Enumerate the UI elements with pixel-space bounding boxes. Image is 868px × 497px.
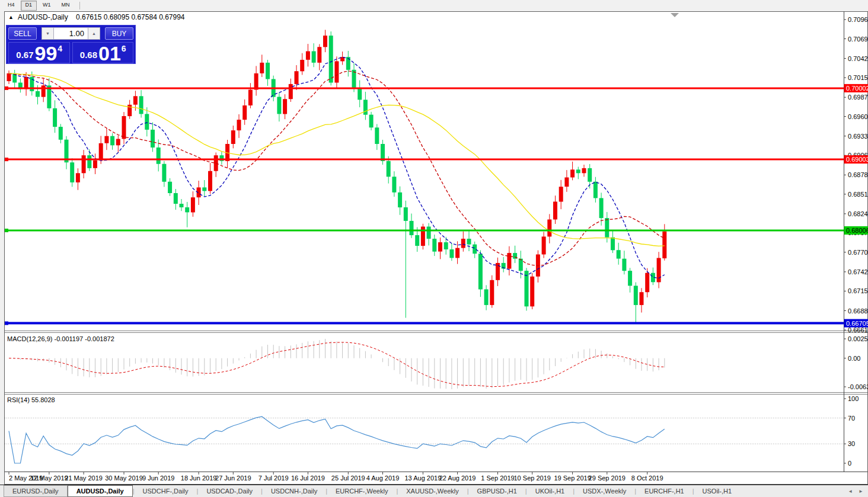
candle-body xyxy=(525,271,529,306)
chart-tab-eurchf-weekly[interactable]: EURCHF-,Weekly xyxy=(327,485,396,497)
rsi-indicator-label: RSI(14) 55.8028 xyxy=(7,396,55,403)
candle-body xyxy=(593,182,598,198)
chart-tab-gbpusd-h1[interactable]: GBPUSD-,H1 xyxy=(469,485,525,497)
candle-body xyxy=(657,258,661,283)
line-anchor-marker xyxy=(5,322,8,325)
chart-tab-audusd-daily[interactable]: AUDUSD-,Daily xyxy=(68,485,133,497)
candle-body xyxy=(191,197,195,212)
chart-tab-ukoil-h1[interactable]: UKOil-,H1 xyxy=(527,485,573,497)
volume-decrease-button[interactable]: ▼ xyxy=(42,27,54,40)
date-tick-label: 27 Jun 2019 xyxy=(215,474,251,482)
candle-body xyxy=(306,52,310,60)
candle-body xyxy=(484,289,489,305)
candle-body xyxy=(139,96,143,114)
timeframe-button-h4[interactable]: H4 xyxy=(3,1,20,11)
candle-body xyxy=(185,207,189,212)
candle-body xyxy=(410,221,414,235)
candle-body xyxy=(564,178,569,187)
chart-ohlc-readout: 0.67615 0.68095 0.67584 0.67994 xyxy=(76,13,185,21)
timeframe-button-mn[interactable]: MN xyxy=(57,1,75,11)
price-badge-label: 0.68006 xyxy=(846,227,868,234)
candle-body xyxy=(323,36,327,47)
price-tick-label: 0.68785 xyxy=(848,171,868,178)
chart-tab-eurchf-h1[interactable]: EURCHF-,H1 xyxy=(636,485,693,497)
tab-scroll-left-icon[interactable]: ◄ xyxy=(848,489,853,494)
candle-body xyxy=(283,99,287,114)
candle-body xyxy=(576,169,580,173)
one-click-trading-panel: SELL ▼ 1.00 ▲ BUY 0.67 99 4 0.68 01 6 xyxy=(6,25,136,64)
chart-tab-usdx-weekly[interactable]: USDX-,Weekly xyxy=(575,485,634,497)
candle-body xyxy=(329,36,333,82)
candle-body xyxy=(82,155,86,173)
candle-body xyxy=(588,168,592,182)
candle-body xyxy=(449,249,454,258)
chart-collapse-icon[interactable]: ▲ xyxy=(8,14,14,20)
candle-body xyxy=(369,115,374,128)
candle-body xyxy=(254,73,259,90)
price-tick-label: 0.70150 xyxy=(848,74,868,81)
candle-body xyxy=(398,193,402,207)
sell-price-display[interactable]: 0.67 99 4 xyxy=(8,42,70,63)
price-tick-label: 0.70420 xyxy=(848,55,868,62)
chart-tab-usdchf-daily[interactable]: USDCHF-,Daily xyxy=(135,485,197,497)
sell-price-big-digits: 99 xyxy=(35,44,58,62)
price-badge-label: 0.70002 xyxy=(846,85,868,92)
candle-body xyxy=(116,139,120,146)
candle-body xyxy=(478,254,483,289)
date-tick-label: 8 Oct 2019 xyxy=(631,474,663,482)
price-tick-label: 0.68515 xyxy=(848,191,868,198)
date-tick-label: 7 Jul 2019 xyxy=(259,474,289,482)
chart-tab-xauusd-weekly[interactable]: XAUUSD-,Weekly xyxy=(398,485,467,497)
line-anchor-marker xyxy=(5,86,8,90)
candle-body xyxy=(7,73,11,81)
candle-body xyxy=(662,232,666,259)
candle-body xyxy=(242,105,247,120)
candle-body xyxy=(145,114,149,130)
candle-body xyxy=(640,292,644,305)
timeframe-button-w1[interactable]: W1 xyxy=(38,1,56,11)
tab-scroll-right-icon[interactable]: ► xyxy=(859,489,863,494)
candle-body xyxy=(438,242,442,252)
candle-body xyxy=(421,227,425,246)
candle-body xyxy=(570,169,575,177)
candle-body xyxy=(622,259,626,271)
volume-increase-button[interactable]: ▲ xyxy=(88,27,100,40)
sell-button[interactable]: SELL xyxy=(8,27,37,40)
candle-body xyxy=(617,250,621,258)
date-tick-label: 22 Aug 2019 xyxy=(439,474,476,482)
chart-tab-usoil-h1[interactable]: USOil-,H1 xyxy=(694,485,741,497)
price-tick-label: 0.66880 xyxy=(848,307,868,315)
macd-axis-label: 0.002574 xyxy=(848,335,868,342)
candle-body xyxy=(202,187,206,191)
candle-body xyxy=(99,143,103,161)
buy-button[interactable]: BUY xyxy=(105,27,133,40)
candle-body xyxy=(312,52,316,63)
sell-price-pipette: 4 xyxy=(58,44,62,53)
date-tick-label: 21 May 2019 xyxy=(65,474,103,482)
candle-body xyxy=(122,116,126,139)
date-tick-label: 29 Sep 2019 xyxy=(589,474,626,482)
candle-body xyxy=(387,161,391,177)
toolbar-separator xyxy=(79,2,80,9)
candle-body xyxy=(174,193,178,204)
chart-plot-area[interactable]: 0.709650.706950.704200.701500.698750.696… xyxy=(0,0,868,497)
candle-body xyxy=(553,201,557,219)
candle-body xyxy=(547,220,551,237)
mt4-window: H4D1W1MN 0.709650.706950.704200.701500.6… xyxy=(0,0,868,497)
volume-input[interactable]: 1.00 xyxy=(54,27,88,40)
date-tick-label: 25 Jul 2019 xyxy=(331,474,365,482)
candle-body xyxy=(260,63,264,73)
candle-body xyxy=(317,47,321,63)
candle-body xyxy=(93,161,97,168)
timeframe-button-d1[interactable]: D1 xyxy=(21,1,37,11)
candle-body xyxy=(277,97,281,114)
date-tick-label: 9 Jun 2019 xyxy=(142,474,174,482)
candle-body xyxy=(427,227,431,239)
buy-price-display[interactable]: 0.68 01 6 xyxy=(72,42,134,63)
chart-tab-eurusd-daily[interactable]: EURUSD-,Daily xyxy=(4,485,68,497)
chart-tab-usdcad-daily[interactable]: USDCAD-,Daily xyxy=(198,485,261,497)
candle-body xyxy=(542,236,546,254)
line-anchor-marker xyxy=(5,158,8,161)
candle-body xyxy=(611,238,615,251)
chart-tab-usdcnh-daily[interactable]: USDCNH-,Daily xyxy=(263,485,326,497)
